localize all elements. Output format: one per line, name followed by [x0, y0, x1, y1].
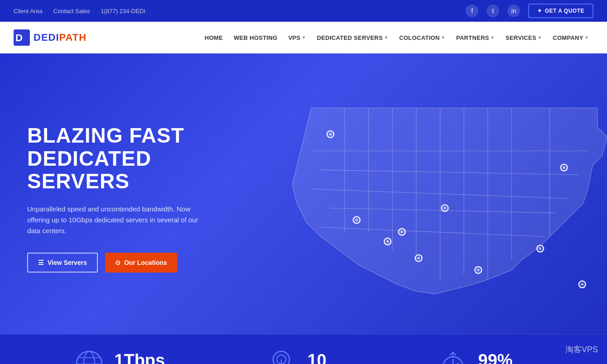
- svg-point-19: [355, 219, 358, 221]
- uptime-icon: [438, 348, 469, 364]
- phone-number: 1(877) 234-DEDI: [101, 8, 145, 14]
- top-bar: Client Area Contact Sales 1(877) 234-DED…: [0, 0, 607, 22]
- network-icon: [73, 348, 105, 364]
- linkedin-icon[interactable]: in: [507, 5, 520, 17]
- svg-point-35: [581, 283, 583, 286]
- stat-datacenters: 10 Data Centers: [266, 348, 344, 364]
- server-list-icon: ☰: [38, 259, 44, 266]
- twitter-icon[interactable]: t: [487, 5, 499, 17]
- svg-point-17: [329, 133, 332, 135]
- stats-bar: 1Tbps Network Connectivity 10 Data Cente…: [0, 334, 607, 364]
- svg-point-31: [539, 247, 541, 250]
- contact-sales-link[interactable]: Contact Sales: [53, 8, 90, 14]
- services-arrow: ▼: [538, 35, 542, 40]
- svg-point-29: [477, 268, 480, 271]
- stat-network: 1Tbps Network Connectivity: [73, 348, 174, 364]
- nav-home[interactable]: HOME: [200, 31, 227, 45]
- map-svg: [273, 53, 607, 334]
- stat-datacenters-number: 10: [307, 351, 344, 364]
- stat-uptime: 99% Guaranteed Uptime: [438, 348, 534, 364]
- vps-arrow: ▼: [302, 35, 306, 40]
- nav-company[interactable]: COMPANY ▼: [548, 31, 593, 45]
- quote-icon: ✦: [537, 8, 542, 14]
- hero-buttons: ☰ View Servers ⊙ Our Locations: [27, 253, 245, 273]
- colocation-arrow: ▼: [441, 35, 445, 40]
- svg-point-25: [417, 257, 420, 259]
- svg-point-21: [386, 240, 389, 243]
- svg-point-23: [400, 230, 403, 233]
- hero-content: BLAZING FAST DEDICATED SERVERS Unparalle…: [27, 124, 245, 273]
- nav-colocation[interactable]: COLOCATION ▼: [395, 31, 450, 45]
- stat-datacenters-text: 10 Data Centers: [307, 351, 344, 364]
- get-quote-button[interactable]: ✦ GET A QUOTE: [528, 4, 593, 18]
- nav-partners[interactable]: PARTNERS ▼: [452, 31, 499, 45]
- logo-icon: D: [14, 29, 30, 46]
- logo-text: DEDIPATH: [34, 32, 87, 43]
- location-pin-icon: ⊙: [115, 259, 120, 266]
- svg-text:D: D: [15, 32, 23, 43]
- hero-title: BLAZING FAST DEDICATED SERVERS: [27, 124, 245, 193]
- nav-services[interactable]: SERVICES ▼: [501, 31, 546, 45]
- our-locations-button[interactable]: ⊙ Our Locations: [105, 253, 177, 273]
- nav-vps[interactable]: VPS ▼: [284, 31, 310, 45]
- stat-uptime-number: 99%: [478, 351, 534, 364]
- top-bar-right: f t in ✦ GET A QUOTE: [466, 4, 593, 18]
- nav-links: HOME WEB HOSTING VPS ▼ DEDICATED SERVERS…: [200, 31, 593, 45]
- nav-web-hosting[interactable]: WEB HOSTING: [229, 31, 282, 45]
- top-bar-links: Client Area Contact Sales 1(877) 234-DED…: [14, 8, 145, 14]
- hero-section: BLAZING FAST DEDICATED SERVERS Unparalle…: [0, 53, 607, 334]
- stat-network-text: 1Tbps Network Connectivity: [114, 351, 174, 364]
- view-servers-button[interactable]: ☰ View Servers: [27, 253, 98, 273]
- us-map: [273, 53, 607, 334]
- stat-network-number: 1Tbps: [114, 351, 174, 364]
- company-arrow: ▼: [585, 35, 589, 40]
- hero-subtitle: Unparalleled speed and uncontended bandw…: [27, 204, 199, 236]
- stat-uptime-text: 99% Guaranteed Uptime: [478, 351, 534, 364]
- logo[interactable]: D DEDIPATH: [14, 29, 87, 46]
- nav-dedicated-servers[interactable]: DEDICATED SERVERS ▼: [313, 31, 393, 45]
- svg-point-33: [563, 166, 565, 169]
- client-area-link[interactable]: Client Area: [14, 8, 43, 14]
- datacenter-icon: [266, 348, 298, 364]
- partners-arrow: ▼: [491, 35, 495, 40]
- navbar: D DEDIPATH HOME WEB HOSTING VPS ▼ DEDICA…: [0, 22, 607, 53]
- dedicated-arrow: ▼: [384, 35, 388, 40]
- facebook-icon[interactable]: f: [466, 5, 478, 17]
- svg-point-27: [443, 206, 446, 209]
